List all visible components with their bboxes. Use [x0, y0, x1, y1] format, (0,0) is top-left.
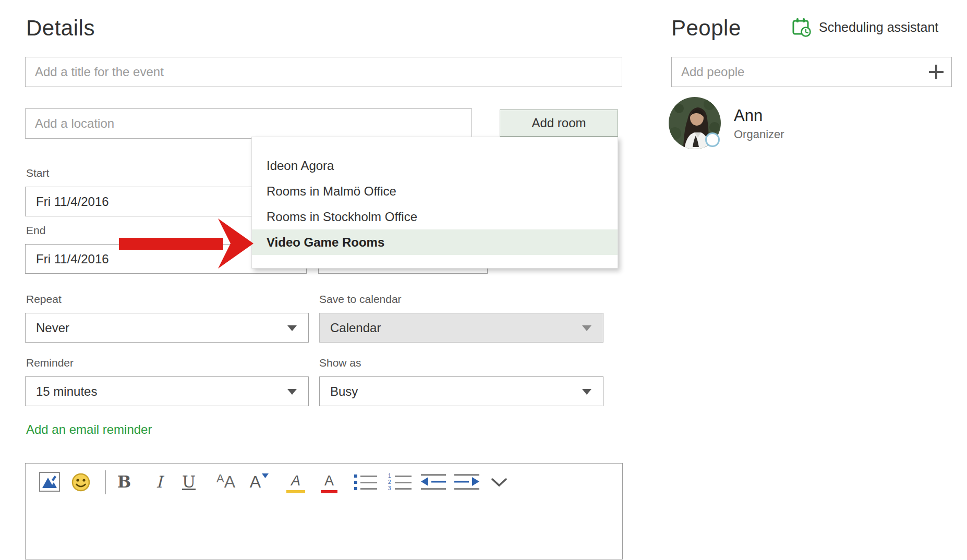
repeat-select[interactable]: Never — [25, 313, 309, 343]
show-as-value: Busy — [330, 384, 358, 399]
font-color-icon[interactable]: A — [319, 470, 340, 496]
toolbar-divider — [105, 470, 106, 494]
show-as-label: Show as — [319, 357, 361, 369]
add-people-plus-icon[interactable] — [923, 58, 949, 86]
scheduling-assistant-calendar-icon — [792, 17, 812, 37]
increase-indent-icon[interactable] — [452, 472, 481, 493]
add-people-input[interactable] — [671, 57, 952, 87]
svg-text:2: 2 — [388, 479, 391, 485]
event-title-input[interactable] — [25, 57, 622, 87]
event-body-editor[interactable]: B I U A A A A A 1 — [25, 463, 623, 559]
editor-content-area[interactable] — [26, 501, 622, 559]
save-to-calendar-label: Save to calendar — [319, 293, 402, 306]
people-heading: People — [671, 16, 741, 41]
details-heading: Details — [26, 16, 95, 41]
chevron-down-icon — [582, 325, 591, 331]
room-option-video-game-rooms[interactable]: Video Game Rooms — [252, 229, 618, 255]
emoji-icon[interactable] — [71, 473, 90, 492]
reminder-label: Reminder — [26, 357, 74, 369]
annotation-arrow — [116, 216, 256, 273]
event-compose-page: Details Add room Start Fri 11/4/2016 End… — [0, 0, 967, 560]
add-room-button[interactable]: Add room — [500, 109, 618, 137]
svg-text:1: 1 — [388, 473, 391, 479]
room-option-ideon-agora[interactable]: Ideon Agora — [252, 153, 618, 178]
svg-text:3: 3 — [388, 485, 391, 491]
repeat-label: Repeat — [26, 293, 62, 306]
start-label: Start — [26, 167, 49, 179]
chevron-down-icon — [287, 389, 297, 395]
end-label: End — [26, 224, 45, 237]
chevron-down-icon — [582, 389, 591, 395]
repeat-value: Never — [36, 321, 69, 335]
save-to-calendar-value: Calendar — [330, 321, 381, 335]
scheduling-assistant-button[interactable]: Scheduling assistant — [792, 17, 938, 37]
room-option-malmo-office[interactable]: Rooms in Malmö Office — [252, 178, 618, 204]
more-options-chevron-icon[interactable] — [489, 475, 510, 490]
room-option-stockholm-office[interactable]: Rooms in Stockholm Office — [252, 204, 618, 229]
highlight-color-icon[interactable]: A — [284, 470, 307, 496]
show-as-select[interactable]: Busy — [319, 376, 603, 406]
italic-icon[interactable]: I — [151, 471, 167, 493]
font-size-icon[interactable]: A — [248, 470, 271, 494]
room-suggestions-dropdown: Ideon Agora Rooms in Malmö Office Rooms … — [251, 137, 618, 269]
bullet-list-icon[interactable] — [352, 472, 379, 493]
event-location-input[interactable] — [25, 108, 472, 139]
save-to-calendar-select: Calendar — [319, 313, 603, 343]
underline-icon[interactable]: U — [180, 471, 198, 493]
chevron-down-icon — [287, 325, 297, 331]
bold-icon[interactable]: B — [115, 471, 133, 493]
attendee-role: Organizer — [734, 128, 784, 141]
reminder-value: 15 minutes — [36, 384, 97, 399]
add-email-reminder-link[interactable]: Add an email reminder — [26, 422, 152, 437]
attendee-name: Ann — [734, 106, 763, 125]
reminder-select[interactable]: 15 minutes — [25, 376, 309, 406]
presence-badge — [705, 132, 720, 147]
font-icon[interactable]: A A — [212, 470, 239, 494]
scheduling-assistant-label: Scheduling assistant — [819, 20, 938, 35]
numbered-list-icon[interactable]: 1 2 3 — [386, 472, 414, 493]
insert-image-icon[interactable] — [39, 472, 60, 492]
decrease-indent-icon[interactable] — [419, 472, 448, 493]
